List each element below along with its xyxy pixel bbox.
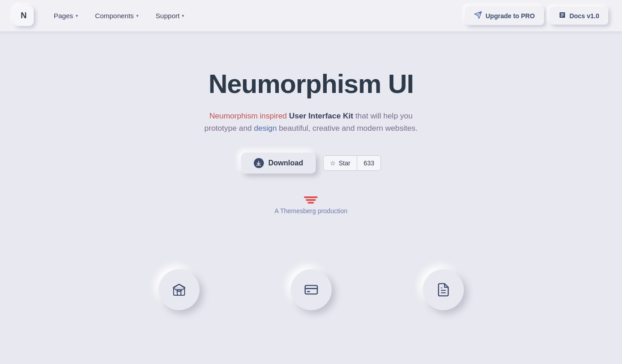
navbar: N Pages ▾ Components ▾ Support ▾ Upgrade… xyxy=(0,0,622,32)
nav-pages-chevron: ▾ xyxy=(76,13,78,18)
star-button[interactable]: ☆ Star xyxy=(324,156,357,170)
navbar-actions: Upgrade to PRO Docs v1.0 xyxy=(465,6,609,25)
logo-letter: N xyxy=(21,11,27,21)
subtitle-prefix: Neumorphism inspired xyxy=(210,112,289,120)
nav-pages-label: Pages xyxy=(54,12,73,20)
credit-card-icon-circle xyxy=(291,269,332,310)
nav-components-label: Components xyxy=(95,12,134,20)
themesberg-section: A Themesberg production xyxy=(274,196,347,215)
upgrade-label: Upgrade to PRO xyxy=(486,12,535,20)
subtitle-rest: beautiful, creative and modern websites. xyxy=(277,124,417,133)
themesberg-tagline: A Themesberg production xyxy=(274,207,347,215)
svg-rect-7 xyxy=(307,291,310,292)
subtitle-bold: User Interface Kit xyxy=(289,112,353,120)
star-group: ☆ Star 633 xyxy=(323,155,381,171)
docs-icon xyxy=(559,11,566,20)
star-label: Star xyxy=(339,159,350,167)
nav-support-chevron: ▾ xyxy=(182,13,184,18)
nav-support-label: Support xyxy=(156,12,180,20)
box-icon-circle xyxy=(159,269,200,310)
hero-title: Neumorphism UI xyxy=(208,68,413,99)
logo-line-2 xyxy=(306,199,316,201)
nav-pages[interactable]: Pages ▾ xyxy=(47,8,84,23)
navbar-nav: Pages ▾ Components ▾ Support ▾ xyxy=(47,8,465,23)
nav-components-chevron: ▾ xyxy=(136,13,139,18)
upgrade-button[interactable]: Upgrade to PRO xyxy=(465,6,544,25)
download-label: Download xyxy=(268,159,303,167)
logo-line-3 xyxy=(308,202,314,204)
button-row: Download ☆ Star 633 xyxy=(241,153,381,174)
bottom-icons-row xyxy=(0,260,622,319)
hero-subtitle: Neumorphism inspired User Interface Kit … xyxy=(205,110,418,134)
logo-line-1 xyxy=(304,196,318,198)
send-icon xyxy=(474,11,482,21)
hero-section: Neumorphism UI Neumorphism inspired User… xyxy=(0,32,622,260)
document-icon-circle xyxy=(423,269,464,310)
themesberg-logo xyxy=(304,196,318,204)
download-button[interactable]: Download xyxy=(241,153,316,174)
subtitle-design: design xyxy=(254,124,277,133)
docs-label: Docs v1.0 xyxy=(570,12,599,20)
star-icon: ☆ xyxy=(330,159,336,167)
download-icon xyxy=(254,158,264,168)
svg-rect-5 xyxy=(305,286,317,294)
docs-button[interactable]: Docs v1.0 xyxy=(550,7,608,25)
nav-support[interactable]: Support ▾ xyxy=(149,8,191,23)
nav-components[interactable]: Components ▾ xyxy=(89,8,145,23)
navbar-logo[interactable]: N xyxy=(14,6,34,26)
star-count: 633 xyxy=(357,156,380,170)
